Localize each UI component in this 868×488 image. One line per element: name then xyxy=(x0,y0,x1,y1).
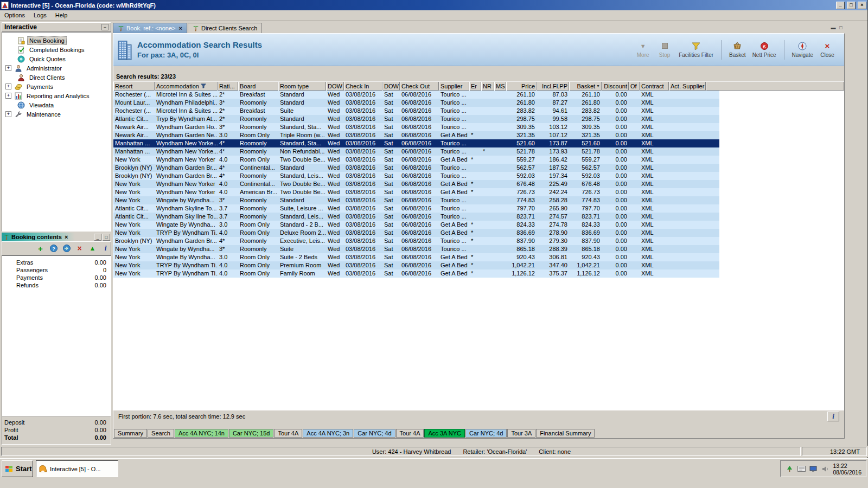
basket-button[interactable]: Basket xyxy=(727,42,748,58)
table-row[interactable]: Atlantic Cit...Wyndham Skyline To...3.7R… xyxy=(113,204,719,213)
column-header-er[interactable]: Er xyxy=(469,81,481,91)
globe-arrow-button[interactable] xyxy=(62,244,71,253)
delete-button[interactable]: × xyxy=(75,244,84,253)
table-row[interactable]: Newark Air...Wyndham Garden Ho...3*Roomo… xyxy=(113,123,719,131)
table-row[interactable]: Rochester (...Microtel Inn & Suites ...2… xyxy=(113,91,719,99)
table-row[interactable]: Brooklyn (NY)Wyndham Garden Br...4*Conti… xyxy=(113,164,719,172)
plant-icon[interactable] xyxy=(785,465,794,473)
tree-expand-icon[interactable]: + xyxy=(5,93,11,99)
column-header-of[interactable]: Of xyxy=(629,81,640,91)
table-row[interactable]: New YorkWyndham New Yorker4.0American Br… xyxy=(113,188,719,196)
close-button[interactable]: ×Close xyxy=(818,42,837,58)
column-header-incl-fl-pp[interactable]: Incl.Fl.PP xyxy=(537,81,569,91)
facilities-filter-button[interactable]: Facilities Filter xyxy=(677,42,715,58)
mdi-minimize-icon[interactable]: ▬ xyxy=(829,25,837,30)
bottom-tab-tour-3a[interactable]: Tour 3A xyxy=(507,429,535,438)
bottom-tab-car-nyc-15d[interactable]: Car NYC; 15d xyxy=(229,429,273,438)
sidebar-item-completed-bookings[interactable]: Completed Bookings xyxy=(2,45,111,54)
keyboard-icon[interactable] xyxy=(797,465,806,473)
column-header-dow[interactable]: DOW xyxy=(326,81,344,91)
bottom-tab-car-nyc-4d[interactable]: Car NYC; 4d xyxy=(354,429,395,438)
sidebar-item-administrator[interactable]: +Administrator xyxy=(2,63,111,73)
sidebar-item-payments[interactable]: +Payments xyxy=(2,82,111,91)
table-row[interactable]: New YorkWingate by Wyndha...3*RoomonlySu… xyxy=(113,245,719,253)
bottom-tab-acc-4a-nyc-3n[interactable]: Acc 4A NYC; 3n xyxy=(303,429,353,438)
table-row[interactable]: New YorkWyndham New Yorker4.0Room OnlyTw… xyxy=(113,156,719,164)
table-row[interactable]: New YorkTRYP By Wyndham Ti...4.0Room Onl… xyxy=(113,261,719,269)
sidebar-item-maintenance[interactable]: +Maintenance xyxy=(2,110,111,119)
column-header-room-type[interactable]: Room type xyxy=(278,81,326,91)
bottom-tab-summary[interactable]: Summary xyxy=(114,429,147,438)
tab-close-icon[interactable]: × xyxy=(179,25,182,31)
mdi-restore-icon[interactable]: □ xyxy=(837,25,845,30)
table-row[interactable]: Manhattan ...Wyndham New Yorke...4*Roomo… xyxy=(113,139,719,147)
bottom-tab-tour-4a[interactable]: Tour 4A xyxy=(274,429,302,438)
table-row[interactable]: Brooklyn (NY)Wyndham Garden Br...4*Roomo… xyxy=(113,172,719,180)
column-header-resort[interactable]: Resort xyxy=(113,81,155,91)
table-row[interactable]: Manhattan ...Wyndham New Yorke...4*Roomo… xyxy=(113,147,719,156)
column-header-rati[interactable]: Rati... xyxy=(218,81,238,91)
sidebar-item-direct-clients[interactable]: Direct Clients xyxy=(2,73,111,82)
table-row[interactable]: Newark Air...Wyndham Garden Ne...3.0Room… xyxy=(113,131,719,139)
panel-collapse-button[interactable]: − xyxy=(101,24,108,30)
globe-question-button[interactable]: ? xyxy=(49,244,58,253)
tree-expand-icon[interactable]: + xyxy=(5,84,11,89)
nett-price-button[interactable]: £Nett Price xyxy=(751,42,778,58)
column-header-discount[interactable]: Discount xyxy=(602,81,629,91)
minimize-button[interactable]: _ xyxy=(836,2,845,9)
column-header-contract[interactable]: Contract xyxy=(640,81,669,91)
column-header-act-supplier[interactable]: Act. Supplier xyxy=(669,81,706,91)
volume-icon[interactable] xyxy=(821,465,829,473)
column-header-check-in[interactable]: Check In xyxy=(344,81,382,91)
tree-expand-icon[interactable]: + xyxy=(5,65,11,71)
display-icon[interactable] xyxy=(809,465,818,473)
sidebar-item-reporting-and-analytics[interactable]: +Reporting and Analytics xyxy=(2,91,111,100)
maximize-button[interactable]: □ xyxy=(847,2,856,9)
table-row[interactable]: New YorkTRYP By Wyndham Ti...4.0Room Onl… xyxy=(113,269,719,278)
bottom-tab-tour-4a[interactable]: Tour 4A xyxy=(396,429,424,438)
doc-tab-direct-clients-search[interactable]: Direct Clients Search xyxy=(188,23,262,33)
info-button[interactable]: i xyxy=(827,412,839,421)
add-button[interactable]: + xyxy=(36,244,45,253)
column-header-ms[interactable]: MS xyxy=(494,81,506,91)
booking-contents-maximize-button[interactable]: □ xyxy=(103,234,110,241)
table-row[interactable]: Rochester (...Microtel Inn & Suites ...2… xyxy=(113,107,719,115)
promote-button[interactable]: ▲ xyxy=(88,244,97,253)
tree-expand-icon[interactable]: + xyxy=(5,111,11,117)
table-row[interactable]: Atlantic Cit...Tryp By Wyndham At...2*Ro… xyxy=(113,115,719,123)
navigate-button[interactable]: Navigate xyxy=(790,42,815,58)
column-header-board[interactable]: Board xyxy=(238,81,278,91)
table-row[interactable]: New YorkTRYP By Wyndham Ti...4.0Room Onl… xyxy=(113,229,719,237)
sidebar-item-viewdata[interactable]: Viewdata xyxy=(2,100,111,110)
bottom-tab-car-nyc-4d[interactable]: Car NYC; 4d xyxy=(465,429,507,438)
close-button[interactable]: × xyxy=(858,2,866,9)
bottom-tab-acc-4a-nyc-14n[interactable]: Acc 4A NYC; 14n xyxy=(175,429,228,438)
menu-help[interactable]: Help xyxy=(51,11,72,20)
table-row[interactable]: New YorkWingate by Wyndha...3*RoomonlySt… xyxy=(113,196,719,204)
sidebar-item-quick-quotes[interactable]: Quick Quotes xyxy=(2,54,111,63)
column-header-supplier[interactable]: Supplier xyxy=(439,81,469,91)
table-row[interactable]: New YorkWingate By Wyndha...3.0Room Only… xyxy=(113,253,719,261)
table-row[interactable]: New YorkWyndham New Yorker4.0Continental… xyxy=(113,180,719,188)
bottom-tab-search[interactable]: Search xyxy=(148,429,174,438)
menu-logs[interactable]: Logs xyxy=(29,11,51,20)
table-row[interactable]: Brooklyn (NY)Wyndham Garden Br...4*Roomo… xyxy=(113,237,719,245)
table-row[interactable]: Mount Laur...Wyndham Philadelphi...3*Roo… xyxy=(113,99,719,107)
column-header-price[interactable]: Price xyxy=(506,81,537,91)
booking-contents-close-icon[interactable]: × xyxy=(65,234,68,240)
table-row[interactable]: Atlantic Cit...Wyndham Sky line To...3.7… xyxy=(113,213,719,221)
doc-tab-book-ref-none[interactable]: Book. ref.: <none>× xyxy=(113,23,187,33)
column-header-nr[interactable]: NR xyxy=(481,81,494,91)
bottom-tab-financial-summary[interactable]: Financial Summary xyxy=(536,429,595,438)
table-row[interactable]: New YorkWingate By Wyndha...3.0Room Only… xyxy=(113,221,719,229)
taskbar-task-button[interactable]: Interactive [5] - O... xyxy=(36,460,118,477)
menu-options[interactable]: Options xyxy=(0,11,29,20)
sidebar-item-new-booking[interactable]: New Booking xyxy=(2,36,111,45)
booking-contents-minimize-button[interactable]: _ xyxy=(94,234,101,241)
column-header-dow[interactable]: DOW xyxy=(382,81,400,91)
column-header-accommodation[interactable]: Accommodation xyxy=(155,81,218,91)
info-button[interactable]: i xyxy=(101,244,110,253)
bottom-tab-acc-3a-nyc[interactable]: Acc 3A NYC xyxy=(424,429,465,438)
start-button[interactable]: Start xyxy=(2,460,33,477)
column-header-check-out[interactable]: Check Out xyxy=(400,81,439,91)
